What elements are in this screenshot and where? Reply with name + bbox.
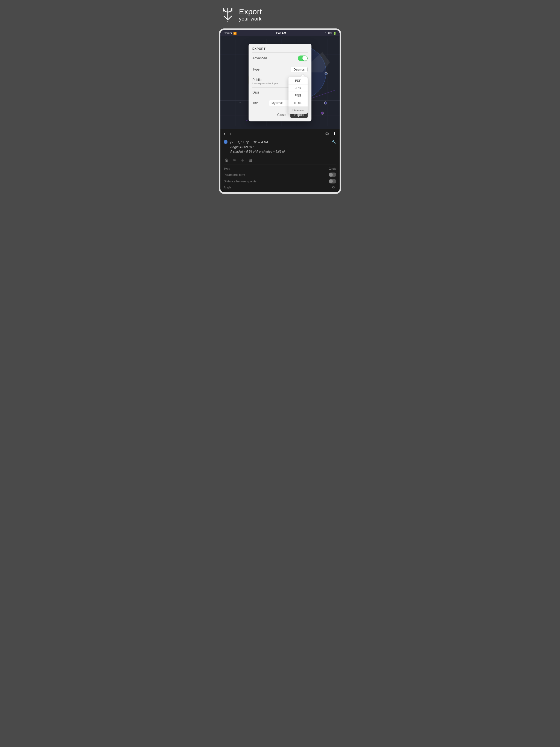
equation-row: (x − 1)² + (y − 3)² = 4.84 🔧 [224, 140, 336, 144]
angle-property-row: Angle On [224, 185, 336, 190]
modal-overlay: EXPORT Advanced Type Desmos [221, 36, 339, 129]
status-time: 1:48 AM [276, 32, 286, 35]
advanced-row: Advanced [249, 53, 311, 64]
toolbar-left: ‹ + [224, 131, 232, 136]
close-button[interactable]: Close [275, 111, 288, 118]
parametric-toggle[interactable] [329, 173, 336, 177]
app-title-yourwork: your work [239, 16, 262, 22]
distance-property-row: Distance between points [224, 178, 336, 185]
parametric-property-row: Parametric form [224, 172, 336, 178]
dropdown-item-desmos[interactable]: Desmos [288, 107, 308, 114]
public-sublabel: Link expires after 1 year [252, 82, 279, 85]
distance-toggle[interactable] [329, 179, 336, 183]
type-dropdown[interactable]: PDF JPG PNG HTML Desmos [288, 77, 308, 114]
svg-line-1 [224, 16, 228, 20]
wrench-icon[interactable]: 🔧 [332, 140, 336, 144]
public-label-block: Public Link expires after 1 year [252, 78, 279, 85]
equation-block: (x − 1)² + (y − 3)² = 4.84 🔧 Angle = 309… [224, 138, 336, 156]
status-bar: Carrier 📶 1:48 AM 100% 🔋 [221, 30, 339, 36]
battery-icon: 🔋 [333, 32, 336, 35]
dropdown-item-png[interactable]: PNG [288, 92, 308, 99]
equation-text: (x − 1)² + (y − 3)² = 4.84 [230, 140, 268, 144]
public-label: Public [252, 78, 279, 82]
bottom-panel: ‹ + ⚙ ⬆ (x − 1)² + (y − 3)² = 4.84 🔧 Ang… [221, 129, 339, 192]
title-label: Title [252, 101, 258, 105]
type-property-row: Type Circle [224, 166, 336, 172]
advanced-toggle[interactable] [298, 55, 308, 61]
wifi-icon: 📶 [233, 32, 236, 35]
type-label: Type [252, 68, 259, 71]
toggle-knob [302, 56, 307, 61]
divider-1 [224, 164, 336, 165]
settings-button[interactable]: ⚙ [325, 131, 329, 136]
app-title-export: Export [239, 7, 262, 16]
blue-dot [224, 140, 228, 144]
dropdown-arrow [301, 74, 305, 77]
move-icon[interactable]: ✛ [241, 158, 245, 162]
modal-title: EXPORT [249, 44, 311, 52]
app-header: Export your work [219, 5, 341, 24]
carrier-label: Carrier 📶 [224, 32, 236, 35]
app-logo-icon [221, 5, 235, 24]
ipad-frame: Carrier 📶 1:48 AM 100% 🔋 [219, 28, 341, 194]
export-modal: EXPORT Advanced Type Desmos [249, 44, 311, 121]
add-button[interactable]: + [229, 131, 231, 136]
icon-row: 🗑 👁 ✛ ▦ [224, 158, 336, 162]
eye-icon[interactable]: 👁 [233, 158, 237, 162]
type-button[interactable]: Desmos [291, 67, 308, 72]
angle-prop-value: On [332, 186, 336, 189]
toolbar-row: ‹ + ⚙ ⬆ [224, 131, 336, 136]
distance-prop-label: Distance between points [224, 180, 256, 183]
type-prop-label: Type [224, 167, 230, 170]
advanced-label: Advanced [252, 56, 267, 60]
graph-area: 5 4 -4 -3 2 3 [221, 36, 339, 129]
status-battery: 100% 🔋 [325, 32, 336, 35]
angle-prop-label: Angle [224, 186, 231, 189]
svg-line-2 [228, 16, 232, 20]
grid-icon[interactable]: ▦ [249, 158, 252, 162]
share-button[interactable]: ⬆ [333, 131, 336, 136]
app-title-block: Export your work [239, 7, 262, 22]
dropdown-item-html[interactable]: HTML [288, 99, 308, 107]
dropdown-item-jpg[interactable]: JPG [288, 84, 308, 92]
back-button[interactable]: ‹ [224, 131, 225, 136]
type-row: Type Desmos PDF JPG PNG HTML Desmos [249, 64, 311, 75]
date-label: Date [252, 91, 259, 94]
parametric-prop-label: Parametric form [224, 173, 245, 176]
type-prop-value: Circle [329, 167, 336, 170]
area-row: A shaded ≈ 5.54 u² A unshaded ≈ 9.66 u² [224, 150, 336, 153]
toolbar-right: ⚙ ⬆ [325, 131, 336, 136]
dropdown-item-pdf[interactable]: PDF [288, 77, 308, 84]
angle-row: Angle = 309.81° [224, 145, 336, 149]
trash-icon[interactable]: 🗑 [225, 158, 229, 162]
